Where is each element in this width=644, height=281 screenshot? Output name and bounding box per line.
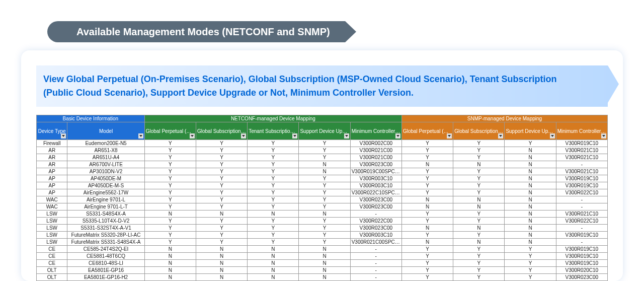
col-net-ts[interactable]: Tenant Subscription (Public Cloud Scenar… xyxy=(248,122,299,140)
table-cell: V300R023C00 xyxy=(556,274,607,281)
col-snmp-sd[interactable]: Support Device Upgrade or Not xyxy=(505,122,556,140)
table-cell: AR651U-A4 xyxy=(67,154,144,161)
table-cell: Y xyxy=(144,225,196,232)
table-cell: Y xyxy=(144,203,196,210)
table-cell: Y xyxy=(453,175,505,182)
table-cell: N xyxy=(505,203,556,210)
table-cell: Y xyxy=(505,140,556,147)
table-cell: - xyxy=(556,239,607,246)
table-cell: N xyxy=(299,253,350,260)
table-cell: N xyxy=(144,267,196,274)
table-cell: V300R019C10 xyxy=(556,246,607,253)
col-snmp-mc[interactable]: Minimum Controller Version xyxy=(556,122,607,140)
table-cell: V300R003C10 xyxy=(350,182,401,189)
filter-icon[interactable] xyxy=(292,133,297,138)
table-cell: N xyxy=(144,246,196,253)
col-net-gp[interactable]: Global Perpetual (On-Premises Scenario) xyxy=(144,122,196,140)
table-cell: V300R021C00SPC101 xyxy=(350,239,401,246)
table-cell: N xyxy=(248,274,299,281)
table-cell: Y xyxy=(453,140,505,147)
table-cell: Y xyxy=(248,225,299,232)
table-cell: Y xyxy=(505,260,556,267)
table-cell: N xyxy=(401,196,453,203)
table-row: CECE585-24T4S2Q-EINNNN-YYYV300R019C10 xyxy=(37,246,608,253)
table-cell: N xyxy=(196,210,247,218)
table-cell: FutureMatrix S5331-S48S4X-A xyxy=(67,239,144,246)
table-cell: Y xyxy=(401,182,453,189)
table-cell: V300R019C10 xyxy=(556,232,607,239)
title-banner: Available Management Modes (NETCONF and … xyxy=(61,21,356,42)
table-cell: Y xyxy=(299,218,350,225)
table-cell: Y xyxy=(299,203,350,210)
table-cell: Y xyxy=(453,246,505,253)
col-snmp-gs[interactable]: Global Subscription (MSP-Owned Cloud Sce… xyxy=(453,122,505,140)
table-cell: V300R020C10 xyxy=(556,267,607,274)
table-cell: Y xyxy=(144,189,196,196)
table-cell: N xyxy=(196,253,247,260)
table-cell: N xyxy=(196,274,247,281)
table-cell: Y xyxy=(144,239,196,246)
table-cell: Y xyxy=(196,203,247,210)
table-row: LSWS5331-S32ST4X-A-V1YYYYV300R023C00NNN- xyxy=(37,225,608,232)
table-cell: Y xyxy=(248,232,299,239)
table-row: APAP4050DE-M-SYYYYV300R003C10YYNV300R019… xyxy=(37,182,608,189)
filter-icon[interactable] xyxy=(498,133,503,138)
table-cell: Y xyxy=(144,154,196,161)
table-cell: Y xyxy=(299,182,350,189)
table-cell: S5331-S32ST4X-A-V1 xyxy=(67,225,144,232)
col-net-gs[interactable]: Global Subscription (MSP-Owned Cloud Sce… xyxy=(196,122,247,140)
table-cell: CE xyxy=(37,253,67,260)
table-cell: Y xyxy=(401,168,453,175)
table-cell: - xyxy=(350,260,401,267)
table-cell: AP xyxy=(37,168,67,175)
filter-icon[interactable] xyxy=(550,133,555,138)
table-cell: N xyxy=(505,189,556,196)
table-cell: V300R022C10 xyxy=(556,189,607,196)
filter-icon[interactable] xyxy=(138,133,143,138)
col-snmp-gp[interactable]: Global Perpetual (On-Premises Scenario) xyxy=(401,122,453,140)
filter-icon[interactable] xyxy=(395,133,400,138)
filter-icon[interactable] xyxy=(344,133,349,138)
table-cell: Y xyxy=(505,274,556,281)
table-cell: Y xyxy=(144,140,196,147)
table-cell: AirEngine 9701-L-T xyxy=(67,203,144,210)
col-net-mc[interactable]: Minimum Controller Version xyxy=(350,122,401,140)
table-cell: Y xyxy=(196,182,247,189)
table-cell: AR xyxy=(37,147,67,154)
table-cell: EA5801E-GP16 xyxy=(67,267,144,274)
table-cell: Y xyxy=(401,232,453,239)
table-cell: Y xyxy=(248,218,299,225)
table-cell: V300R021C00 xyxy=(350,154,401,161)
filter-icon[interactable] xyxy=(61,133,66,138)
table-cell: N xyxy=(453,239,505,246)
filter-icon[interactable] xyxy=(601,133,606,138)
table-cell: Y xyxy=(196,225,247,232)
col-model[interactable]: Model xyxy=(67,122,144,140)
table-row: OLTEA5801E-GP16-H2NNNN-YYYV300R023C00 xyxy=(37,274,608,281)
table-cell: V300R019C00SPC322 xyxy=(350,168,401,175)
table-cell: CE6810-48S-LI xyxy=(67,260,144,267)
table-cell: Y xyxy=(401,210,453,218)
table-cell: V300R003C10 xyxy=(350,175,401,182)
table-cell: Y xyxy=(453,267,505,274)
table-cell: Y xyxy=(453,182,505,189)
table-cell: N xyxy=(453,203,505,210)
table-cell: N xyxy=(299,161,350,168)
filter-icon[interactable] xyxy=(447,133,452,138)
table-cell: N xyxy=(299,168,350,175)
filter-icon[interactable] xyxy=(190,133,195,138)
table-cell: LSW xyxy=(37,239,67,246)
table-cell: CE585-24T4S2Q-EI xyxy=(67,246,144,253)
table-cell: N xyxy=(299,267,350,274)
group-basic: Basic Device Information xyxy=(37,115,145,122)
table-cell: AirEngine 9701-L xyxy=(67,196,144,203)
table-row: CECE6810-48S-LINNNN-YYYV300R019C10 xyxy=(37,260,608,267)
table-cell: AP3010DN-V2 xyxy=(67,168,144,175)
table-cell: Y xyxy=(248,154,299,161)
col-net-sd[interactable]: Support Device Upgrade or Not xyxy=(299,122,350,140)
col-device-type[interactable]: Device Type xyxy=(37,122,67,140)
filter-icon[interactable] xyxy=(241,133,246,138)
table-cell: N xyxy=(144,253,196,260)
table-cell: N xyxy=(196,267,247,274)
table-row: WACAirEngine 9701-L-TYYYYV300R023C00NNN- xyxy=(37,203,608,210)
